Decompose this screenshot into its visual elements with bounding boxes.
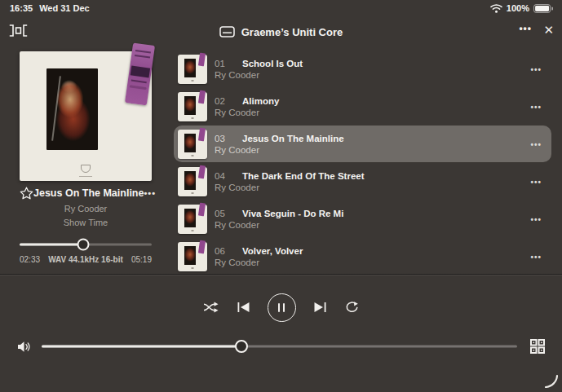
volume-slider[interactable] — [42, 341, 517, 353]
multiroom-grid-icon[interactable] — [530, 339, 545, 354]
track-thumbnail — [178, 130, 207, 159]
label-logo — [81, 165, 91, 173]
elapsed-time: 02:33 — [20, 255, 40, 264]
track-thumbnail — [178, 92, 207, 121]
track-progress-slider[interactable] — [20, 238, 152, 250]
track-title: Volver, Volver — [242, 246, 303, 256]
favorite-star-icon[interactable] — [20, 187, 33, 200]
wifi-icon — [490, 4, 502, 13]
track-title: Alimony — [242, 96, 279, 106]
track-more-button[interactable]: ••• — [530, 177, 542, 186]
pause-button[interactable] — [268, 293, 296, 322]
pause-bar — [283, 303, 285, 312]
device-selector: Graeme’s Uniti Core — [0, 22, 562, 42]
track-thumbnail — [178, 167, 207, 196]
transport-controls — [0, 288, 562, 327]
track-thumbnail — [178, 242, 207, 271]
audio-format: WAV 44.1kHz 16-bit — [48, 255, 123, 264]
status-time: 16:35 — [10, 3, 33, 13]
track-number: 05 — [215, 209, 231, 218]
track-title: The Dark End Of The Street — [242, 171, 365, 181]
track-artist: Ry Cooder — [215, 108, 279, 117]
artwork-photo — [46, 68, 98, 150]
now-playing-more-button[interactable]: ••• — [144, 188, 156, 198]
track-more-button[interactable]: ••• — [530, 139, 542, 148]
progress-thumb[interactable] — [77, 238, 89, 250]
volume-row — [17, 336, 545, 357]
track-number: 04 — [215, 171, 231, 181]
track-artist: Ry Cooder — [215, 183, 365, 192]
track-row-6[interactable]: 06Volver, Volver Ry Cooder ••• — [174, 238, 551, 275]
app-window: 16:35Wed 31 Dec 100% — [0, 0, 562, 392]
now-playing-title: Jesus On The Mainline — [33, 187, 144, 199]
progress-fill — [20, 243, 83, 245]
previous-track-icon[interactable] — [237, 302, 250, 313]
uniti-core-icon — [219, 26, 235, 37]
speaker-icon — [17, 341, 33, 353]
track-artist: Ry Cooder — [215, 70, 303, 80]
volume-fill — [42, 346, 241, 348]
track-more-button[interactable]: ••• — [530, 102, 542, 111]
track-row-5[interactable]: 05Viva Seguin - Do Re Mi Ry Cooder ••• — [174, 200, 551, 237]
total-time: 05:19 — [131, 255, 152, 264]
track-thumbnail — [178, 205, 207, 234]
track-list: 01School Is Out Ry Cooder ••• 02Alimony … — [174, 51, 551, 275]
header: Graeme’s Uniti Core ••• ✕ — [0, 22, 562, 42]
track-row-2[interactable]: 02Alimony Ry Cooder ••• — [174, 88, 551, 125]
battery-icon — [533, 4, 553, 13]
track-number: 01 — [215, 59, 231, 68]
track-number: 03 — [215, 134, 231, 143]
track-row-4[interactable]: 04The Dark End Of The Street Ry Cooder •… — [174, 163, 551, 200]
battery-percent: 100% — [507, 3, 529, 13]
close-icon[interactable]: ✕ — [543, 23, 554, 37]
track-more-button[interactable]: ••• — [530, 64, 542, 73]
album-artwork — [20, 51, 152, 181]
track-row-1[interactable]: 01School Is Out Ry Cooder ••• — [174, 51, 551, 87]
header-more-button[interactable]: ••• — [519, 23, 532, 34]
volume-thumb[interactable] — [235, 340, 248, 353]
pause-bar — [278, 303, 280, 312]
track-artist: Ry Cooder — [215, 220, 343, 230]
repeat-icon[interactable] — [344, 302, 360, 314]
track-number: 06 — [215, 246, 231, 256]
now-playing-artist: Ry Cooder — [20, 204, 152, 214]
track-number: 02 — [215, 96, 231, 106]
corner-dial-arc[interactable] — [544, 374, 558, 388]
track-artist: Ry Cooder — [215, 145, 344, 155]
track-title: Jesus On The Mainline — [242, 134, 344, 143]
status-date: Wed 31 Dec — [39, 3, 90, 13]
status-bar: 16:35Wed 31 Dec 100% — [10, 3, 553, 13]
status-time-date: 16:35Wed 31 Dec — [10, 3, 96, 13]
device-name: Graeme’s Uniti Core — [241, 26, 343, 38]
track-row-3-active[interactable]: 03Jesus On The Mainline Ry Cooder ••• — [174, 126, 551, 162]
track-more-button[interactable]: ••• — [530, 214, 542, 223]
shuffle-icon[interactable] — [203, 302, 219, 313]
section-divider — [0, 274, 562, 275]
track-thumbnail — [178, 55, 207, 84]
track-more-button[interactable]: ••• — [530, 252, 542, 261]
track-title: School Is Out — [242, 59, 303, 68]
track-title: Viva Seguin - Do Re Mi — [242, 209, 343, 218]
now-playing-panel: Jesus On The Mainline ••• Ry Cooder Show… — [20, 187, 152, 264]
label-logo-text — [79, 176, 92, 178]
track-artist: Ry Cooder — [215, 258, 303, 267]
artwork-ticket — [125, 42, 155, 105]
next-track-icon[interactable] — [313, 302, 327, 313]
now-playing-album: Show Time — [20, 218, 152, 227]
